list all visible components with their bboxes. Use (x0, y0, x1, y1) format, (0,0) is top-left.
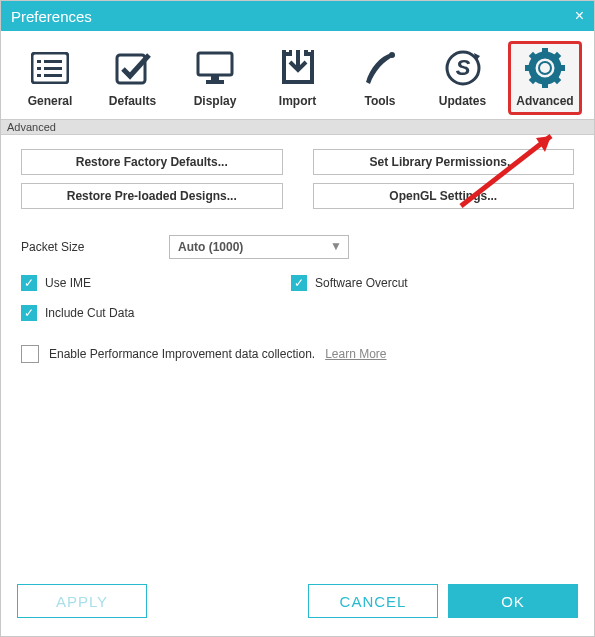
check-icon: ✓ (21, 275, 37, 291)
svg-rect-5 (37, 74, 41, 77)
window-title: Preferences (11, 8, 92, 25)
content-area: Restore Factory Defaults... Set Library … (1, 135, 594, 363)
svg-rect-3 (37, 67, 41, 70)
list-icon (30, 48, 70, 88)
tab-updates[interactable]: S Updates (426, 41, 500, 115)
tab-label: Tools (364, 94, 395, 108)
ok-button[interactable]: OK (448, 584, 578, 618)
packet-size-value: Auto (1000) (178, 240, 243, 254)
cancel-button[interactable]: CANCEL (308, 584, 438, 618)
tab-general[interactable]: General (13, 41, 87, 115)
opengl-settings-button[interactable]: OpenGL Settings... (313, 183, 575, 209)
svg-rect-9 (211, 75, 219, 80)
chevron-down-icon: ▼ (330, 239, 342, 253)
tab-label: Advanced (516, 94, 573, 108)
apply-button[interactable]: APPLY (17, 584, 147, 618)
close-icon[interactable]: × (575, 7, 584, 25)
monitor-icon (195, 48, 235, 88)
svg-rect-4 (44, 67, 62, 70)
tab-strip: General Defaults Display Import Tools S … (1, 31, 594, 119)
svg-rect-7 (117, 55, 145, 83)
tab-display[interactable]: Display (178, 41, 252, 115)
performance-data-checkbox[interactable] (21, 345, 39, 363)
checkbox-label: Software Overcut (315, 276, 408, 290)
svg-point-11 (389, 52, 395, 58)
tab-defaults[interactable]: Defaults (96, 41, 170, 115)
section-header: Advanced (1, 119, 594, 135)
checkbox-label: Enable Performance Improvement data coll… (49, 347, 315, 361)
svg-rect-8 (198, 53, 232, 75)
tab-label: Import (279, 94, 316, 108)
svg-rect-6 (44, 74, 62, 77)
include-cut-data-checkbox[interactable]: ✓ Include Cut Data (21, 305, 291, 321)
packet-size-select[interactable]: Auto (1000) ▼ (169, 235, 349, 259)
tab-label: General (28, 94, 73, 108)
pencil-icon (360, 48, 400, 88)
svg-rect-10 (206, 80, 224, 84)
svg-point-24 (540, 63, 550, 73)
set-library-permissions-button[interactable]: Set Library Permissions... (313, 149, 575, 175)
learn-more-link[interactable]: Learn More (325, 347, 386, 361)
restore-preloaded-designs-button[interactable]: Restore Pre-loaded Designs... (21, 183, 283, 209)
titlebar: Preferences × (1, 1, 594, 31)
checkbox-label: Use IME (45, 276, 91, 290)
check-icon: ✓ (21, 305, 37, 321)
gear-icon (525, 48, 565, 88)
updates-icon: S (443, 48, 483, 88)
software-overcut-checkbox[interactable]: ✓ Software Overcut (291, 275, 561, 291)
use-ime-checkbox[interactable]: ✓ Use IME (21, 275, 291, 291)
tab-label: Defaults (109, 94, 156, 108)
dialog-footer: APPLY CANCEL OK (1, 580, 594, 636)
svg-text:S: S (455, 55, 470, 80)
tab-tools[interactable]: Tools (343, 41, 417, 115)
tab-label: Updates (439, 94, 486, 108)
tab-import[interactable]: Import (261, 41, 335, 115)
check-icon: ✓ (291, 275, 307, 291)
tab-advanced[interactable]: Advanced (508, 41, 582, 115)
svg-rect-1 (37, 60, 41, 63)
checkbox-icon (113, 48, 153, 88)
import-icon (278, 48, 318, 88)
packet-size-label: Packet Size (21, 240, 151, 254)
restore-factory-defaults-button[interactable]: Restore Factory Defaults... (21, 149, 283, 175)
tab-label: Display (194, 94, 237, 108)
checkbox-label: Include Cut Data (45, 306, 134, 320)
svg-rect-2 (44, 60, 62, 63)
